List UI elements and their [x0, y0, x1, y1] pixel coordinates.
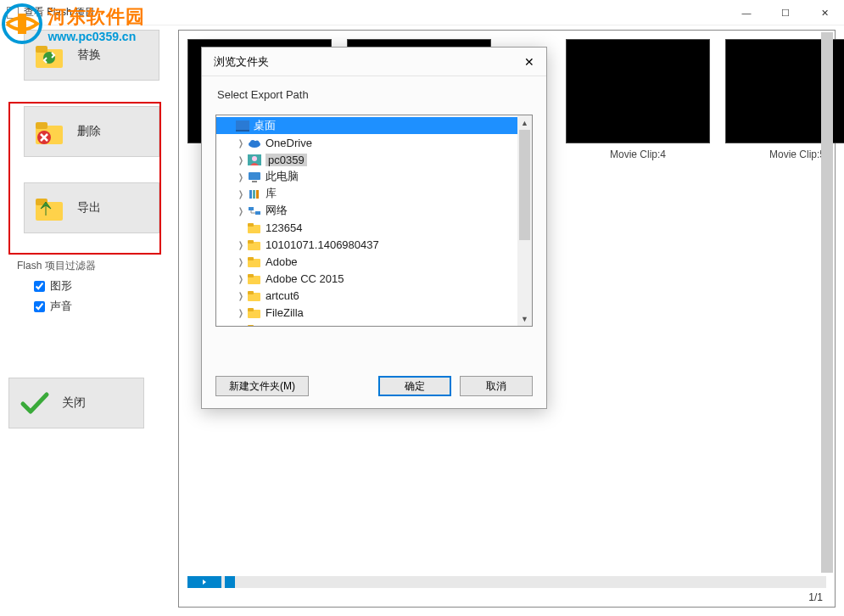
tree-item[interactable]: ❯网络	[216, 202, 532, 219]
tree-item[interactable]: ❯库	[216, 185, 532, 202]
tree-scrollbar[interactable]: ▲ ▼	[517, 115, 532, 326]
expander-icon[interactable]: ❯	[237, 274, 245, 283]
scrollbar-knob[interactable]	[225, 576, 235, 588]
expander-icon[interactable]: ❯	[237, 240, 245, 249]
thumbnail-image	[566, 39, 710, 143]
tree-label: 桌面	[254, 118, 276, 133]
svg-point-14	[255, 140, 260, 144]
tree-item[interactable]: ❯此电脑	[216, 168, 532, 185]
tree-root[interactable]: 桌面	[216, 117, 532, 134]
expander-icon[interactable]: ❯	[237, 325, 245, 328]
user-icon	[247, 153, 262, 166]
tree-label: OneDrive	[265, 137, 312, 149]
expander-icon[interactable]: ❯	[237, 172, 245, 182]
svg-rect-20	[253, 190, 255, 199]
thumbnail-label: Movie Clip:4	[566, 148, 710, 160]
tree-item[interactable]: ❯10101071.1406980437	[216, 236, 532, 253]
expander-icon[interactable]: ❯	[237, 155, 245, 165]
filter-sound-input[interactable]	[34, 301, 45, 312]
close-button[interactable]: 关闭	[8, 378, 144, 428]
svg-rect-25	[248, 223, 254, 227]
dialog-title: 浏览文件夹	[214, 54, 269, 70]
svg-rect-36	[248, 327, 260, 328]
vertical-scrollbar[interactable]	[821, 32, 833, 573]
tree-item[interactable]: ❯FileZilla	[216, 304, 532, 321]
browse-folder-dialog: 浏览文件夹 ✕ Select Export Path 桌面 ❯OneDrive❯…	[201, 47, 547, 409]
lib-icon	[247, 187, 262, 200]
app-icon	[7, 7, 19, 19]
folder-icon	[247, 221, 262, 234]
scroll-up-icon[interactable]: ▲	[517, 115, 532, 130]
replace-icon	[33, 38, 67, 72]
expander-icon[interactable]: ❯	[237, 189, 245, 199]
folder-tree: 桌面 ❯OneDrive❯pc0359❯此电脑❯库❯网络123654❯10101…	[215, 115, 533, 327]
tree-item[interactable]: ❯OneDrive	[216, 134, 532, 151]
window-maximize-button[interactable]: ☐	[766, 0, 805, 25]
delete-label: 删除	[77, 124, 101, 139]
svg-point-13	[250, 140, 255, 145]
tree-item[interactable]: ❯img	[216, 321, 532, 327]
tree-label: 库	[265, 186, 277, 201]
svg-rect-10	[236, 120, 249, 130]
tree-label: Adobe	[265, 255, 298, 268]
cloud-icon	[247, 136, 262, 149]
folder-icon	[247, 305, 262, 319]
expander-icon[interactable]: ❯	[237, 257, 245, 266]
svg-rect-29	[248, 257, 254, 260]
export-button[interactable]: 导出	[24, 182, 159, 233]
folder-icon	[247, 238, 262, 251]
tree-item[interactable]: ❯pc0359	[216, 151, 532, 168]
svg-rect-37	[248, 325, 254, 328]
svg-rect-31	[248, 274, 254, 277]
svg-rect-6	[36, 122, 48, 129]
dialog-close-button[interactable]: ✕	[517, 51, 541, 73]
delete-icon	[33, 115, 67, 148]
filter-sound-label: 声音	[50, 299, 72, 314]
desktop-icon	[235, 119, 250, 132]
expander-icon[interactable]: ❯	[237, 206, 245, 216]
scroll-down-icon[interactable]: ▼	[517, 311, 532, 326]
tree-item[interactable]: ❯Adobe CC 2015	[216, 270, 532, 287]
svg-point-16	[252, 156, 257, 161]
svg-rect-27	[248, 240, 254, 244]
tree-label: 10101071.1406980437	[265, 238, 379, 251]
svg-rect-22	[249, 207, 254, 210]
expander-icon[interactable]: ❯	[237, 138, 245, 148]
ok-button[interactable]: 确定	[378, 376, 451, 396]
filter-shape-input[interactable]	[34, 281, 45, 292]
filter-sound-checkbox[interactable]: 声音	[34, 299, 174, 314]
filter-shape-label: 图形	[50, 278, 72, 294]
window-minimize-button[interactable]: —	[727, 0, 766, 25]
expander-icon[interactable]: ❯	[237, 308, 245, 317]
tree-item[interactable]: ❯artcut6	[216, 287, 532, 304]
filter-shape-checkbox[interactable]: 图形	[34, 278, 174, 294]
scrollbar-play-button[interactable]	[187, 576, 221, 588]
replace-label: 替换	[77, 48, 101, 63]
export-label: 导出	[77, 200, 101, 216]
tree-label: 网络	[265, 203, 288, 218]
svg-rect-23	[255, 211, 260, 215]
svg-rect-35	[248, 308, 254, 311]
window-close-button[interactable]: ✕	[805, 0, 844, 25]
tree-item[interactable]: 123654	[216, 219, 532, 236]
horizontal-scrollbar[interactable]	[187, 576, 826, 588]
cancel-button[interactable]: 取消	[460, 376, 533, 396]
delete-button[interactable]: 删除	[24, 106, 159, 157]
pc-icon	[247, 170, 262, 183]
tree-item[interactable]: ❯Adobe	[216, 253, 532, 270]
replace-button[interactable]: 替换	[24, 30, 159, 81]
svg-rect-19	[249, 190, 252, 199]
new-folder-button[interactable]: 新建文件夹(M)	[215, 376, 309, 396]
folder-icon	[247, 255, 262, 268]
window-titlebar: 查看 Flash 项目 — ☐ ✕	[0, 0, 844, 25]
svg-rect-3	[36, 46, 48, 53]
expander-icon[interactable]: ❯	[237, 291, 245, 300]
filter-title: Flash 项目过滤器	[17, 259, 174, 273]
tree-label: 此电脑	[265, 169, 299, 184]
scrollbar-thumb[interactable]	[519, 130, 530, 240]
tree-label: img	[265, 323, 283, 328]
folder-icon	[247, 288, 262, 302]
tree-label: Adobe CC 2015	[265, 272, 344, 285]
thumbnail-cell[interactable]: Movie Clip:4	[566, 39, 710, 166]
tree-label: pc0359	[265, 154, 307, 166]
